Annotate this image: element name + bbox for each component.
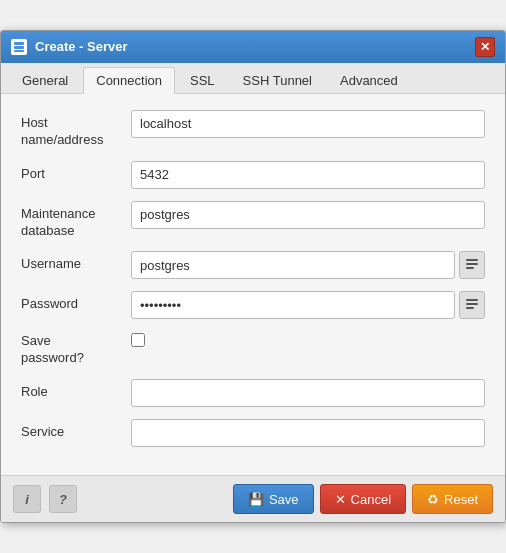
form-content: Hostname/address Port Maintenancedatabas…	[1, 94, 505, 475]
dialog-title: Create - Server	[35, 39, 467, 54]
username-field	[131, 251, 485, 279]
info-button[interactable]: i	[13, 485, 41, 513]
password-field	[131, 291, 485, 319]
server-icon	[11, 39, 27, 55]
svg-rect-7	[466, 303, 478, 305]
cancel-button[interactable]: ✕ Cancel	[320, 484, 406, 514]
svg-rect-5	[466, 267, 474, 269]
tab-ssl[interactable]: SSL	[177, 67, 228, 93]
username-edit-icon[interactable]	[459, 251, 485, 279]
port-row: Port	[21, 161, 485, 189]
footer-right: 💾 Save ✕ Cancel ♻ Reset	[233, 484, 493, 514]
role-field	[131, 379, 485, 407]
save-password-checkbox[interactable]	[131, 333, 145, 347]
save-password-row: Savepassword?	[21, 331, 485, 367]
cancel-icon: ✕	[335, 492, 346, 507]
create-server-dialog: Create - Server ✕ General Connection SSL…	[0, 30, 506, 523]
host-label: Hostname/address	[21, 110, 131, 149]
svg-rect-4	[466, 263, 478, 265]
save-password-label: Savepassword?	[21, 331, 131, 367]
tab-general[interactable]: General	[9, 67, 81, 93]
maintenance-input[interactable]	[131, 201, 485, 229]
password-label: Password	[21, 291, 131, 313]
footer: i ? 💾 Save ✕ Cancel ♻ Reset	[1, 475, 505, 522]
role-label: Role	[21, 379, 131, 401]
tab-connection[interactable]: Connection	[83, 67, 175, 94]
maintenance-field	[131, 201, 485, 229]
cancel-label: Cancel	[351, 492, 391, 507]
role-row: Role	[21, 379, 485, 407]
reset-label: Reset	[444, 492, 478, 507]
service-field	[131, 419, 485, 447]
port-field	[131, 161, 485, 189]
password-edit-icon[interactable]	[459, 291, 485, 319]
footer-left: i ?	[13, 485, 77, 513]
host-input[interactable]	[131, 110, 485, 138]
port-label: Port	[21, 161, 131, 183]
username-label: Username	[21, 251, 131, 273]
host-field	[131, 110, 485, 138]
svg-rect-1	[14, 46, 24, 49]
save-button[interactable]: 💾 Save	[233, 484, 314, 514]
tab-bar: General Connection SSL SSH Tunnel Advanc…	[1, 63, 505, 94]
maintenance-label: Maintenancedatabase	[21, 201, 131, 240]
svg-rect-0	[14, 42, 24, 45]
reset-icon: ♻	[427, 492, 439, 507]
help-button[interactable]: ?	[49, 485, 77, 513]
password-input[interactable]	[131, 291, 455, 319]
username-input[interactable]	[131, 251, 455, 279]
save-label: Save	[269, 492, 299, 507]
port-input[interactable]	[131, 161, 485, 189]
svg-rect-3	[466, 259, 478, 261]
role-input[interactable]	[131, 379, 485, 407]
titlebar: Create - Server ✕	[1, 31, 505, 63]
maintenance-row: Maintenancedatabase	[21, 201, 485, 240]
tab-advanced[interactable]: Advanced	[327, 67, 411, 93]
save-icon: 💾	[248, 492, 264, 507]
username-row: Username	[21, 251, 485, 279]
service-row: Service	[21, 419, 485, 447]
svg-rect-6	[466, 299, 478, 301]
svg-rect-8	[466, 307, 474, 309]
host-row: Hostname/address	[21, 110, 485, 149]
close-button[interactable]: ✕	[475, 37, 495, 57]
save-password-field	[131, 331, 145, 347]
service-label: Service	[21, 419, 131, 441]
service-input[interactable]	[131, 419, 485, 447]
reset-button[interactable]: ♻ Reset	[412, 484, 493, 514]
tab-ssh-tunnel[interactable]: SSH Tunnel	[230, 67, 325, 93]
password-row: Password	[21, 291, 485, 319]
svg-rect-2	[14, 50, 24, 52]
